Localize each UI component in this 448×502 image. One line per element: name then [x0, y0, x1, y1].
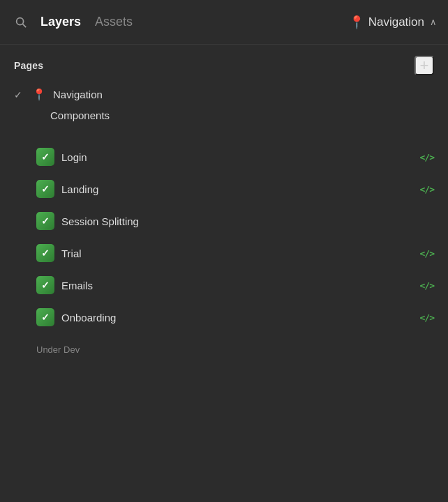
layer-item-emails[interactable]: Emails </>	[0, 269, 448, 301]
active-checkmark-icon: ✓	[14, 89, 25, 100]
layer-item-left: Onboarding	[36, 308, 116, 326]
layer-name-landing: Landing	[61, 183, 98, 195]
code-icon-onboarding[interactable]: </>	[420, 312, 434, 323]
top-bar-left: Layers Assets	[11, 12, 137, 32]
layer-item-landing[interactable]: Landing </>	[0, 173, 448, 205]
under-dev-label: Under Dev	[36, 344, 80, 355]
layer-checked-icon	[36, 212, 54, 230]
page-name-navigation: Navigation	[53, 89, 103, 100]
page-item-components[interactable]: ✓ Components	[0, 105, 448, 126]
code-icon-login[interactable]: </>	[420, 152, 434, 162]
pages-section: Pages +	[0, 45, 448, 81]
layer-checked-icon	[36, 148, 54, 166]
layer-item-left: Login	[36, 148, 87, 166]
code-icon-emails[interactable]: </>	[420, 280, 434, 291]
add-page-button[interactable]: +	[415, 56, 434, 75]
layer-section-header	[0, 128, 448, 141]
layer-item-login[interactable]: Login </>	[0, 141, 448, 173]
layer-name-onboarding: Onboarding	[61, 312, 116, 324]
layer-item-left: Trial	[36, 244, 82, 262]
layer-item-left: Emails	[36, 276, 93, 294]
page-list: ✓ 📍 Navigation ✓ Components	[0, 81, 448, 128]
svg-line-1	[23, 24, 27, 27]
search-icon	[15, 16, 27, 29]
current-page-label: Navigation	[368, 15, 424, 29]
under-dev-section: Under Dev	[0, 333, 448, 360]
code-icon-landing[interactable]: </>	[420, 184, 434, 195]
layer-checked-icon	[36, 244, 54, 262]
layer-item-trial[interactable]: Trial </>	[0, 237, 448, 269]
code-icon-trial[interactable]: </>	[420, 248, 434, 259]
layer-item-onboarding[interactable]: Onboarding </>	[0, 301, 448, 333]
layer-name-session-splitting: Session Splitting	[61, 215, 139, 227]
layer-checked-icon	[36, 276, 54, 294]
layer-name-login: Login	[61, 151, 87, 163]
current-page-selector[interactable]: 📍 Navigation ∧	[349, 15, 437, 30]
search-button[interactable]	[11, 13, 31, 32]
layer-checked-icon	[36, 308, 54, 326]
tab-assets[interactable]: Assets	[91, 12, 137, 32]
top-bar: Layers Assets 📍 Navigation ∧	[0, 0, 448, 45]
layer-name-emails: Emails	[61, 280, 93, 291]
pin-icon: 📍	[32, 88, 46, 101]
pin-icon: 📍	[349, 15, 364, 30]
layer-item-session-splitting[interactable]: Session Splitting	[0, 205, 448, 237]
page-name-components: Components	[50, 109, 110, 121]
layer-name-trial: Trial	[61, 248, 82, 259]
page-item-navigation[interactable]: ✓ 📍 Navigation	[0, 84, 448, 105]
layer-item-left: Session Splitting	[36, 212, 139, 230]
svg-point-0	[17, 17, 24, 24]
layer-item-left: Landing	[36, 180, 98, 198]
chevron-down-icon: ∧	[430, 17, 437, 27]
pages-title: Pages	[14, 60, 43, 71]
tab-layers[interactable]: Layers	[36, 12, 85, 32]
layer-checked-icon	[36, 180, 54, 198]
